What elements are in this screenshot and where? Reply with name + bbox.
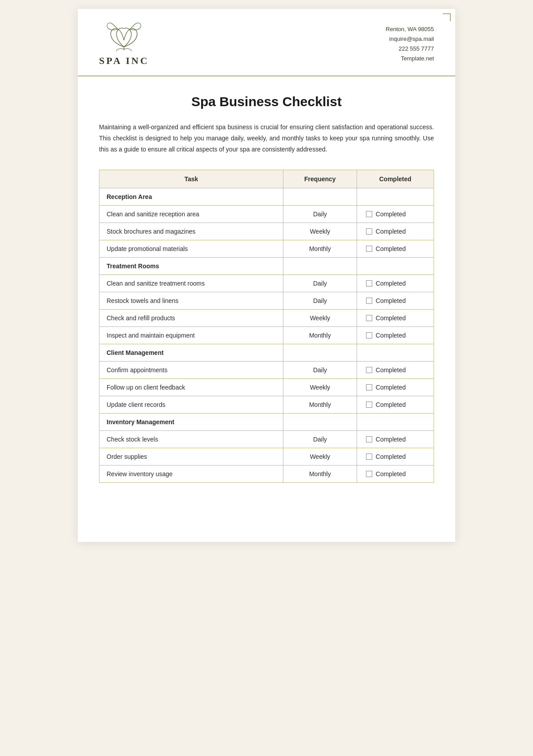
section-freq-empty [283,413,357,430]
completed-label: Completed [376,401,406,408]
checkbox[interactable] [366,454,372,460]
section-header-row: Inventory Management [99,413,434,430]
section-header-row: Reception Area [99,188,434,205]
task-cell: Clean and sanitize reception area [99,205,283,223]
table-row: Check stock levelsDailyCompleted [99,430,434,448]
frequency-cell: Daily [283,430,357,448]
section-name: Reception Area [99,188,283,205]
document-page: SPA INC Renton, WA 98055 inquire@spa.mai… [78,9,455,542]
checkbox[interactable] [366,402,372,408]
completed-label: Completed [376,297,406,304]
frequency-cell: Daily [283,205,357,223]
table-row: Check and refill productsWeeklyCompleted [99,309,434,326]
section-comp-empty [357,413,434,430]
table-row: Update client recordsMonthlyCompleted [99,396,434,413]
table-row: Order suppliesWeeklyCompleted [99,448,434,465]
completed-label: Completed [376,436,406,443]
completed-label: Completed [376,314,406,322]
completed-label: Completed [376,366,406,374]
completed-cell[interactable]: Completed [357,448,434,465]
table-row: Update promotional materialsMonthlyCompl… [99,240,434,257]
section-freq-empty [283,344,357,361]
frequency-cell: Weekly [283,309,357,326]
completed-cell[interactable]: Completed [357,326,434,344]
completed-label: Completed [376,211,406,218]
task-cell: Restock towels and linens [99,292,283,309]
table-row: Inspect and maintain equipmentMonthlyCom… [99,326,434,344]
completed-cell[interactable]: Completed [357,275,434,292]
completed-label: Completed [376,332,406,339]
task-cell: Confirm appointments [99,361,283,378]
checkbox[interactable] [366,384,372,390]
checkbox[interactable] [366,280,372,286]
completed-cell[interactable]: Completed [357,430,434,448]
checkbox[interactable] [366,471,372,477]
lotus-icon [104,21,144,52]
checkbox[interactable] [366,246,372,252]
section-comp-empty [357,188,434,205]
completed-label: Completed [376,470,406,477]
corner-bracket-decoration [443,13,451,21]
frequency-cell: Daily [283,361,357,378]
frequency-cell: Daily [283,275,357,292]
table-row: Review inventory usageMonthlyCompleted [99,465,434,482]
section-name: Inventory Management [99,413,283,430]
page-title: Spa Business Checklist [99,94,434,109]
table-row: Stock brochures and magazinesWeeklyCompl… [99,223,434,240]
completed-label: Completed [376,384,406,391]
task-cell: Clean and sanitize treatment rooms [99,275,283,292]
intro-paragraph: Maintaining a well-organized and efficie… [99,122,434,155]
logo-area: SPA INC [99,21,149,67]
task-cell: Check stock levels [99,430,283,448]
task-cell: Check and refill products [99,309,283,326]
section-name: Treatment Rooms [99,257,283,275]
completed-cell[interactable]: Completed [357,205,434,223]
table-header-row: Task Frequency Completed [99,170,434,188]
completed-cell[interactable]: Completed [357,292,434,309]
checkbox[interactable] [366,436,372,442]
completed-label: Completed [376,280,406,287]
completed-cell[interactable]: Completed [357,396,434,413]
task-cell: Review inventory usage [99,465,283,482]
checkbox[interactable] [366,228,372,235]
checkbox[interactable] [366,315,372,321]
contact-info: Renton, WA 98055 inquire@spa.mail 222 55… [386,24,434,64]
contact-email: inquire@spa.mail [386,34,434,44]
frequency-cell: Weekly [283,378,357,396]
table-row: Clean and sanitize treatment roomsDailyC… [99,275,434,292]
checklist-table: Task Frequency Completed Reception AreaC… [99,170,434,483]
contact-website: Template.net [386,54,434,64]
section-comp-empty [357,257,434,275]
frequency-cell: Monthly [283,326,357,344]
completed-cell[interactable]: Completed [357,223,434,240]
section-freq-empty [283,188,357,205]
checkbox[interactable] [366,367,372,373]
completed-cell[interactable]: Completed [357,378,434,396]
logo-text: SPA INC [99,55,149,67]
completed-cell[interactable]: Completed [357,309,434,326]
section-comp-empty [357,344,434,361]
task-cell: Order supplies [99,448,283,465]
col-header-completed: Completed [357,170,434,188]
completed-cell[interactable]: Completed [357,240,434,257]
table-row: Confirm appointmentsDailyCompleted [99,361,434,378]
task-cell: Stock brochures and magazines [99,223,283,240]
checkbox[interactable] [366,211,372,217]
section-header-row: Treatment Rooms [99,257,434,275]
checkbox[interactable] [366,332,372,338]
header: SPA INC Renton, WA 98055 inquire@spa.mai… [78,9,455,76]
completed-label: Completed [376,245,406,252]
frequency-cell: Monthly [283,240,357,257]
completed-label: Completed [376,453,406,460]
checkbox[interactable] [366,298,372,304]
frequency-cell: Weekly [283,448,357,465]
frequency-cell: Monthly [283,396,357,413]
completed-cell[interactable]: Completed [357,465,434,482]
section-freq-empty [283,257,357,275]
table-row: Follow up on client feedbackWeeklyComple… [99,378,434,396]
frequency-cell: Monthly [283,465,357,482]
task-cell: Update client records [99,396,283,413]
completed-cell[interactable]: Completed [357,361,434,378]
frequency-cell: Weekly [283,223,357,240]
task-cell: Update promotional materials [99,240,283,257]
